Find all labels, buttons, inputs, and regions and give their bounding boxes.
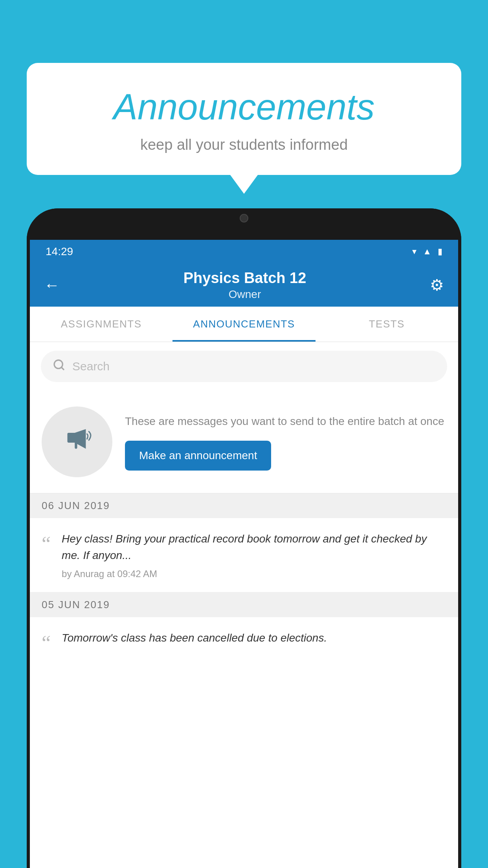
- speech-bubble: Announcements keep all your students inf…: [27, 63, 461, 175]
- speech-bubble-container: Announcements keep all your students inf…: [27, 63, 461, 175]
- announcement-message-1: Hey class! Bring your practical record b…: [62, 531, 446, 564]
- wifi-icon: ▾: [412, 246, 416, 257]
- make-announcement-button[interactable]: Make an announcement: [125, 441, 271, 471]
- promo-content: These are messages you want to send to t…: [125, 413, 446, 471]
- phone-notch: [216, 208, 272, 228]
- search-icon: [53, 359, 65, 374]
- status-icons: ▾ ▲ ▮: [412, 246, 442, 257]
- signal-icon: ▲: [423, 246, 431, 257]
- tab-announcements[interactable]: ANNOUNCEMENTS: [172, 307, 315, 342]
- promo-icon-circle: [42, 406, 112, 477]
- date-separator-1: 06 JUN 2019: [30, 493, 458, 518]
- tab-assignments[interactable]: ASSIGNMENTS: [30, 307, 172, 342]
- search-placeholder: Search: [72, 360, 110, 373]
- content-area: Search These are message: [30, 342, 458, 868]
- tab-tests[interactable]: TESTS: [316, 307, 458, 342]
- quote-icon-1: “: [42, 534, 51, 554]
- phone-screen: 14:29 ▾ ▲ ▮ ← Physics Batch 12 Owner ⚙ A…: [30, 240, 458, 868]
- announcement-text-1: Hey class! Bring your practical record b…: [62, 531, 446, 579]
- quote-icon-2: “: [42, 633, 51, 653]
- status-time: 14:29: [46, 245, 73, 258]
- megaphone-icon: [62, 424, 92, 460]
- announcement-item-1[interactable]: “ Hey class! Bring your practical record…: [30, 518, 458, 592]
- battery-icon: ▮: [438, 246, 442, 257]
- promo-section: These are messages you want to send to t…: [30, 391, 458, 493]
- header-subtitle-text: Owner: [60, 288, 430, 301]
- back-button[interactable]: ←: [44, 276, 60, 294]
- announcement-meta-1: by Anurag at 09:42 AM: [62, 568, 446, 579]
- svg-line-1: [61, 367, 64, 370]
- tabs-bar: ASSIGNMENTS ANNOUNCEMENTS TESTS: [30, 307, 458, 342]
- search-bar-wrapper: Search: [30, 342, 458, 391]
- header-title-block: Physics Batch 12 Owner: [60, 270, 430, 301]
- date-separator-2: 05 JUN 2019: [30, 592, 458, 617]
- bubble-subtitle: keep all your students informed: [46, 136, 442, 153]
- bubble-title: Announcements: [46, 86, 442, 128]
- header-title-text: Physics Batch 12: [60, 270, 430, 287]
- announcement-message-2: Tomorrow's class has been cancelled due …: [62, 630, 446, 646]
- status-bar: 14:29 ▾ ▲ ▮: [30, 240, 458, 263]
- announcement-item-2[interactable]: “ Tomorrow's class has been cancelled du…: [30, 617, 458, 666]
- search-bar[interactable]: Search: [41, 351, 447, 382]
- settings-icon[interactable]: ⚙: [430, 276, 444, 294]
- notch-camera: [240, 214, 248, 223]
- announcement-text-2: Tomorrow's class has been cancelled due …: [62, 630, 446, 651]
- promo-description: These are messages you want to send to t…: [125, 413, 446, 430]
- phone-frame: 14:29 ▾ ▲ ▮ ← Physics Batch 12 Owner ⚙ A…: [27, 208, 461, 868]
- phone-notch-area: [27, 208, 461, 240]
- app-header: ← Physics Batch 12 Owner ⚙: [30, 263, 458, 307]
